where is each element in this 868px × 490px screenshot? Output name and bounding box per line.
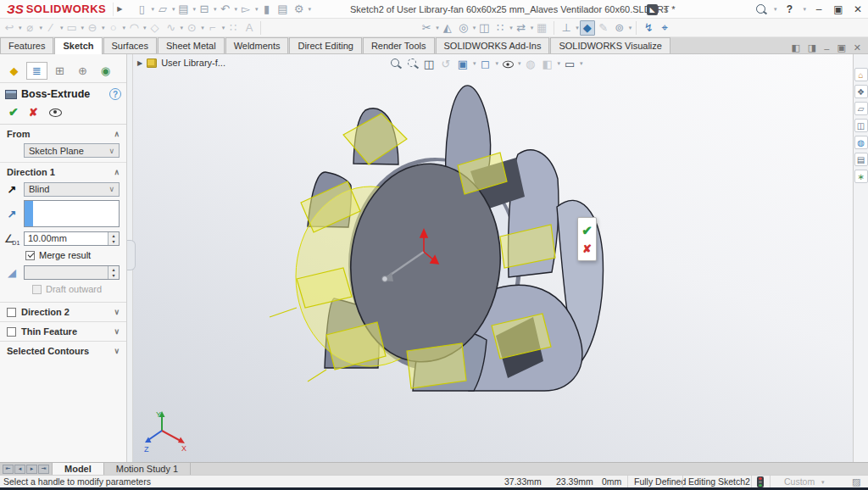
sketch-fillet-icon[interactable]: ⌐ [205, 20, 220, 36]
smart-dimension-icon[interactable]: ⌀ [23, 20, 38, 36]
view-palette-icon[interactable]: ◫ [854, 119, 868, 132]
caret-icon[interactable]: ▾ [19, 25, 22, 31]
caret-icon[interactable]: ▾ [143, 25, 147, 31]
depth-value[interactable]: 10.00mm [25, 232, 108, 245]
zoom-to-fit-icon[interactable] [389, 58, 402, 70]
flyout-part-name[interactable]: User Library-f... [161, 58, 225, 68]
configurationmanager-icon[interactable]: ⊞ [49, 62, 70, 80]
handle-ball[interactable] [382, 276, 388, 282]
thin-feature-section-header[interactable]: Thin Feature ∨ [0, 321, 126, 341]
corner-rectangle-icon[interactable]: ▭ [64, 20, 80, 36]
spline-icon[interactable]: ∿ [164, 20, 179, 36]
options-gear-icon[interactable]: ⚙ [291, 2, 306, 17]
trim-entities-icon[interactable]: ✂ [419, 20, 434, 36]
make-perpendicular-icon[interactable]: ⊥ [559, 20, 574, 36]
prev-tab-icon[interactable]: ◂ [14, 465, 25, 474]
spin-down-icon[interactable]: ▾ [108, 272, 119, 279]
featuremanager-tree-icon[interactable]: ◆ [3, 62, 25, 80]
draft-angle-value[interactable] [25, 266, 108, 279]
appearances-scenes-icon[interactable]: ◍ [854, 136, 868, 149]
configuration-selector[interactable]: Custom [784, 476, 815, 487]
shaded-sketch-contours-icon[interactable]: ◆ [580, 20, 595, 36]
caret-icon[interactable]: ▾ [123, 25, 126, 31]
print-caret-icon[interactable]: ▾ [214, 6, 217, 13]
open-document-icon[interactable]: ▱ [155, 2, 170, 17]
save-caret-icon[interactable]: ▾ [192, 6, 196, 13]
select-caret-icon[interactable]: ▾ [255, 6, 259, 13]
spin-up-icon[interactable]: ▴ [108, 232, 119, 239]
expand-chevron-icon[interactable]: ∨ [114, 347, 120, 355]
dock-pane-right-icon[interactable]: ◨ [808, 42, 816, 53]
propertymanager-icon[interactable]: ≣ [26, 62, 47, 80]
caret-icon[interactable]: ▾ [518, 60, 521, 67]
caret-icon[interactable]: ▾ [181, 25, 184, 31]
solidworks-forum-icon[interactable]: ∗ [854, 170, 868, 183]
caret-icon[interactable]: ▾ [496, 60, 499, 67]
caret-icon[interactable]: ▾ [201, 25, 204, 31]
restore-button[interactable]: ▣ [832, 3, 845, 15]
tab-direct-editing[interactable]: Direct Editing [289, 37, 361, 53]
design-library-icon[interactable]: ❖ [854, 85, 868, 98]
close-button[interactable]: ✕ [851, 3, 865, 15]
straight-slot-icon[interactable]: ⊖ [85, 20, 100, 36]
selected-contours-section-header[interactable]: Selected Contours ∨ [0, 341, 126, 360]
rebuild-traffic-light-icon[interactable] [757, 476, 764, 487]
direction1-section-header[interactable]: Direction 1 ∧ [0, 162, 126, 180]
dimxpertmanager-icon[interactable]: ⊕ [72, 62, 93, 80]
view-orientation-icon[interactable]: ▣ [455, 56, 470, 71]
options-caret-icon[interactable]: ▾ [308, 6, 311, 13]
offset-entities-icon[interactable]: ◎ [456, 20, 471, 36]
apply-scene-icon[interactable]: ◧ [540, 56, 555, 71]
new-document-icon[interactable]: ▯ [134, 2, 149, 17]
search-caret-icon[interactable]: ▾ [774, 6, 777, 13]
direction-reference-box[interactable] [24, 200, 120, 227]
search-input[interactable]: s [664, 4, 748, 14]
configuration-caret-icon[interactable]: ▾ [821, 479, 825, 486]
minimize-button[interactable]: – [812, 3, 826, 15]
search-icon[interactable] [754, 3, 767, 16]
caret-icon[interactable]: ▾ [531, 25, 534, 31]
tab-sketch[interactable]: Sketch [54, 37, 102, 54]
custom-properties-icon[interactable]: ▤ [854, 153, 868, 166]
confirm-ok-button[interactable]: ✔ [581, 223, 593, 238]
new-caret-icon[interactable]: ▾ [151, 6, 154, 13]
tab-model[interactable]: Model [52, 463, 104, 475]
document-tag-icon[interactable]: ▨ [852, 476, 860, 487]
tab-sheet-metal[interactable]: Sheet Metal [158, 37, 225, 53]
tab-features[interactable]: Features [0, 37, 53, 53]
home-icon[interactable]: ⌂ [854, 68, 868, 81]
open-caret-icon[interactable]: ▾ [172, 6, 175, 13]
sketch-picture-icon[interactable]: ▦ [534, 20, 549, 36]
panel-collapse-handle[interactable] [127, 240, 136, 270]
hide-show-items-icon[interactable] [502, 58, 514, 70]
caret-icon[interactable]: ▾ [473, 25, 476, 31]
minimize-doc-icon[interactable]: – [824, 43, 829, 53]
circular-pattern-icon[interactable]: ⊚ [612, 20, 627, 36]
caret-icon[interactable]: ▾ [576, 25, 579, 31]
expand-chevron-icon[interactable]: ∨ [114, 327, 120, 336]
print-document-icon[interactable]: ⊟ [197, 2, 212, 17]
convert-entities-icon[interactable]: ◭ [440, 20, 455, 36]
caret-icon[interactable]: ▾ [509, 25, 513, 31]
spin-up-icon[interactable]: ▴ [108, 266, 119, 273]
edit-appearance-icon[interactable]: ◍ [523, 56, 538, 71]
linear-pattern-icon[interactable]: ∷ [492, 20, 508, 36]
ellipse-icon[interactable]: ⊙ [184, 20, 199, 36]
file-explorer-icon[interactable]: ▱ [854, 102, 868, 115]
dock-pane-left-icon[interactable]: ◧ [791, 42, 799, 53]
draft-angle-spinner[interactable]: ▴▾ [24, 265, 120, 280]
close-doc-icon[interactable]: ✕ [854, 42, 861, 53]
help-icon[interactable]: ? [109, 88, 121, 100]
linear-sketch-pattern-icon[interactable]: ∷ [225, 20, 241, 36]
from-section-header[interactable]: From ∧ [0, 125, 126, 142]
line-icon[interactable]: ∕ [43, 20, 58, 36]
centerpoint-arc-icon[interactable]: ◠ [126, 20, 142, 36]
undo-icon[interactable]: ↶ [217, 2, 232, 17]
fan-model-canvas[interactable] [133, 54, 853, 462]
tab-solidworks-add-ins[interactable]: SOLIDWORKS Add-Ins [436, 37, 550, 53]
tab-render-tools[interactable]: Render Tools [363, 37, 435, 53]
direction2-checkbox[interactable] [7, 308, 16, 317]
thin-feature-checkbox[interactable] [7, 327, 16, 337]
help-caret-icon[interactable]: ▾ [803, 6, 806, 13]
merge-result-checkbox[interactable] [25, 251, 35, 260]
